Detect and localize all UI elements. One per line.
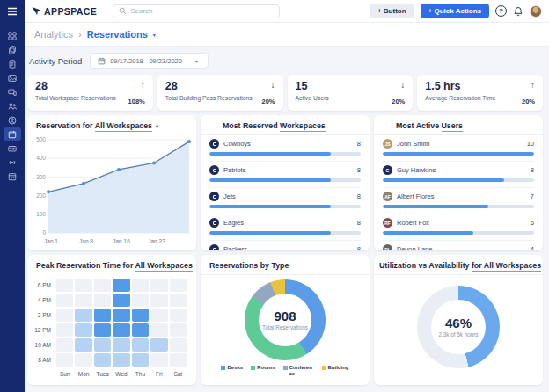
heatmap-cell <box>94 294 111 307</box>
workspace-selector[interactable]: for All Workspaces <box>472 261 541 272</box>
card-title: Most Reserved <box>223 121 280 130</box>
sidebar-item-account[interactable] <box>4 113 21 127</box>
heatmap-cell <box>75 338 92 352</box>
hamburger-icon <box>7 7 18 16</box>
card-title: Most Active <box>396 121 442 130</box>
list-item[interactable]: AFAlbert Flores7 <box>383 188 534 214</box>
heatmap-cell <box>56 279 73 292</box>
chevron-down-icon[interactable]: ▾ <box>156 124 158 129</box>
breadcrumb-separator: › <box>78 29 82 40</box>
list-item[interactable]: Packers8 <box>209 241 361 250</box>
list-item-label: Robert Fox <box>397 219 429 227</box>
sidebar-item-schedule[interactable] <box>4 170 21 183</box>
heatmap-cell <box>94 309 111 322</box>
list-item[interactable]: DLDevon Lane4 <box>383 241 534 250</box>
kpi-delta: 20% <box>522 98 535 105</box>
add-button[interactable]: + Button <box>370 4 414 18</box>
list-item[interactable]: Patriots8 <box>209 162 361 188</box>
total-reservations-label: Total Reservations <box>262 324 308 330</box>
svg-text:Jan 1: Jan 1 <box>44 238 58 244</box>
dashboard-icon <box>8 32 17 40</box>
kpi-label: Total Building Pass Reservations <box>165 95 253 101</box>
breadcrumb-reservations[interactable]: Reservations <box>87 29 148 40</box>
progress-bar <box>383 178 534 182</box>
list-item-value: 6 <box>531 219 534 227</box>
list-item-value: 8 <box>357 245 361 250</box>
card-title-selector[interactable]: Workspaces <box>280 121 326 132</box>
kpi-value: 1.5 hrs <box>425 80 495 92</box>
heatmap-cell <box>75 279 92 292</box>
heatmap-cell <box>132 294 149 307</box>
list-item[interactable]: RFRobert Fox6 <box>383 214 534 241</box>
legend-swatch <box>322 366 326 370</box>
list-item-value: 7 <box>531 192 534 200</box>
app-window: APPSPACE Search + Button + Quick Actions… <box>0 0 549 392</box>
heatmap-cell <box>56 309 73 322</box>
heatmap-cell <box>170 294 187 307</box>
svg-text:100: 100 <box>36 211 46 217</box>
peak-reservation-time-card: Peak Reservation Time for All Workspaces… <box>27 255 196 385</box>
list-item[interactable]: Cowboys8 <box>209 135 361 162</box>
search-input[interactable]: Search <box>113 4 280 18</box>
kpi-label: Average Reservation Time <box>425 95 495 101</box>
trend-down-icon: ↓ <box>400 81 405 90</box>
sidebar-item-cast[interactable] <box>4 156 21 169</box>
list-item-label: Packers <box>223 245 247 250</box>
kpi-delta: 108% <box>128 98 145 105</box>
svg-text:200: 200 <box>36 192 46 199</box>
list-item[interactable]: Eagles8 <box>209 214 361 241</box>
breadcrumb-dropdown-icon[interactable]: ▾ <box>153 32 156 38</box>
list-item-label: Jets <box>223 192 236 200</box>
heatmap-row-label: 12 PM <box>31 323 55 338</box>
sidebar-item-passes[interactable] <box>4 142 21 155</box>
breadcrumb-analytics[interactable]: Analytics <box>34 29 73 40</box>
card-title-selector[interactable]: Users <box>442 121 463 132</box>
legend-label: Rooms <box>257 365 274 377</box>
search-placeholder: Search <box>130 7 152 15</box>
notifications-bell-icon[interactable] <box>513 6 523 17</box>
list-item[interactable]: Jets8 <box>209 188 361 214</box>
list-item[interactable]: JSJohn Smith10 <box>383 135 534 162</box>
broadcast-icon <box>8 158 17 167</box>
heatmap-row-label: 6 PM <box>31 278 55 293</box>
sidebar-item-reservations[interactable] <box>4 127 21 141</box>
content-area: Activity Period 09/17/2018 - 09/23/2020 … <box>25 47 549 392</box>
peak-time-heatmap: 6 PM4 PM2 PM12 PM10 AM8 AMSunMonTuesWedT… <box>27 274 196 382</box>
heatmap-cell <box>113 309 129 322</box>
help-icon[interactable]: ? <box>495 5 507 17</box>
user-avatar[interactable] <box>530 5 542 18</box>
sidebar-item-content[interactable] <box>4 57 21 70</box>
heatmap-cell <box>113 294 129 307</box>
sidebar-item-dashboard[interactable] <box>4 29 21 42</box>
progress-bar <box>209 178 361 182</box>
sidebar-item-media[interactable] <box>4 71 21 84</box>
sidebar-item-devices[interactable] <box>4 85 21 98</box>
workspace-selector[interactable]: All Workspaces <box>135 261 192 272</box>
list-item-label: Guy Hawkins <box>397 166 436 174</box>
date-range-value: 09/17/2018 - 09/23/2020 <box>110 57 182 65</box>
legend-item: Rooms <box>251 365 274 377</box>
list-item[interactable]: GGuy Hawkins8 <box>383 162 534 188</box>
utilization-card: Utilization vs Availability for All Work… <box>374 255 543 385</box>
date-dropdown-icon: ▾ <box>195 58 198 64</box>
svg-text:500: 500 <box>36 136 46 142</box>
list-item-label: Cowboys <box>223 140 251 148</box>
user-avatar-icon: JS <box>383 139 392 149</box>
svg-text:Jan 23: Jan 23 <box>148 238 165 244</box>
workspace-icon <box>209 165 219 175</box>
heatmap-cell <box>132 353 149 367</box>
workspace-selector[interactable]: All Workspaces <box>95 121 152 132</box>
sidebar-item-users[interactable] <box>4 99 21 113</box>
heatmap-cell <box>75 309 92 322</box>
sidebar-item-library[interactable] <box>4 43 21 56</box>
menu-toggle[interactable] <box>0 0 25 23</box>
heatmap-cell <box>113 353 129 367</box>
user-avatar-icon: RF <box>383 218 392 228</box>
heatmap-row-label: 2 PM <box>31 308 55 323</box>
heatmap-row-label: 8 AM <box>31 352 55 367</box>
legend-label: Conference <box>289 365 314 377</box>
date-range-picker[interactable]: 09/17/2018 - 09/23/2020 ▾ <box>90 53 209 69</box>
kpi-building-pass-reservations: 28Total Building Pass Reservations ↓20% <box>157 75 283 111</box>
quick-actions-button[interactable]: + Quick Actions <box>421 4 489 18</box>
document-icon <box>8 60 17 69</box>
